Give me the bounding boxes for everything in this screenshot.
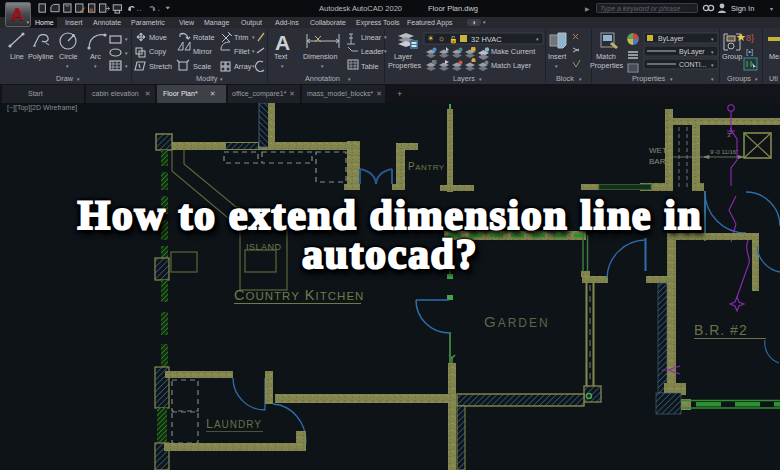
svg-text:Copy: Copy [149, 47, 166, 56]
svg-text:▾: ▾ [670, 76, 673, 82]
svg-text:▾: ▾ [77, 76, 80, 82]
svg-text:Linear: Linear [361, 33, 382, 42]
svg-text:WET: WET [649, 146, 667, 155]
svg-text:▾: ▾ [220, 76, 223, 82]
svg-text:▾: ▾ [281, 63, 284, 69]
svg-text:Group: Group [722, 52, 742, 61]
svg-text:LAUNDRY: LAUNDRY [206, 417, 262, 431]
svg-text:Circle: Circle [59, 52, 78, 61]
svg-text:Mea: Mea [769, 52, 780, 61]
svg-text:BAR: BAR [649, 157, 666, 166]
svg-text:▾: ▾ [94, 63, 97, 69]
svg-text:PANTRY: PANTRY [408, 161, 445, 172]
svg-text:Match Layer: Match Layer [491, 61, 532, 70]
svg-text:Text: Text [274, 52, 287, 61]
svg-text:Modify: Modify [196, 74, 218, 83]
svg-text:Layer: Layer [394, 52, 413, 61]
svg-text:Polyline: Polyline [28, 52, 54, 61]
svg-text:▾: ▾ [252, 63, 255, 69]
svg-text:▾: ▾ [125, 63, 128, 69]
svg-text:Arc: Arc [90, 52, 101, 61]
svg-text:Mirror: Mirror [193, 47, 213, 56]
svg-text:▾: ▾ [66, 63, 69, 69]
svg-text:ByLayer: ByLayer [658, 35, 684, 43]
svg-text:3": 3" [727, 132, 732, 138]
svg-text:☼: ☼ [438, 34, 445, 43]
svg-text:Stretch: Stretch [149, 62, 172, 71]
svg-text:9'-0 11/16": 9'-0 11/16" [710, 149, 738, 155]
svg-text:▾: ▾ [384, 34, 387, 40]
svg-text:Move: Move [149, 33, 167, 42]
svg-text:Groups: Groups [727, 74, 751, 83]
svg-text:☀: ☀ [427, 34, 434, 43]
svg-text:A: A [275, 31, 290, 54]
svg-text:32 HVAC: 32 HVAC [471, 35, 502, 44]
svg-text:▾: ▾ [384, 48, 387, 54]
svg-text:Match: Match [596, 52, 616, 61]
svg-text:Properties: Properties [590, 61, 624, 70]
svg-text:▾: ▾ [252, 48, 255, 54]
svg-text:B.R. #2: B.R. #2 [694, 322, 748, 338]
svg-text:Dimension: Dimension [303, 52, 337, 61]
svg-text:Insert: Insert [548, 52, 566, 61]
svg-text:Scale: Scale [193, 62, 211, 71]
svg-text:Make Current: Make Current [491, 47, 535, 56]
svg-text:[•]: [•] [746, 47, 753, 56]
svg-text:Fillet: Fillet [234, 47, 249, 56]
svg-text:COUNTRY KITCHEN: COUNTRY KITCHEN [234, 287, 364, 303]
svg-text:▾: ▾ [252, 34, 255, 40]
svg-text:Trim: Trim [234, 33, 248, 42]
svg-text:Block: Block [556, 74, 574, 83]
svg-text:Properties: Properties [632, 74, 666, 83]
svg-text:Properties: Properties [388, 61, 422, 70]
svg-text:8}: 8} [746, 33, 754, 43]
svg-text:Array: Array [234, 62, 252, 71]
svg-text:Leader: Leader [361, 47, 384, 56]
svg-text:Rotate: Rotate [193, 33, 215, 42]
svg-text:Uti: Uti [769, 74, 778, 83]
svg-text:▾: ▾ [555, 63, 558, 69]
svg-text:GARDEN: GARDEN [484, 313, 550, 330]
svg-text:Annotation: Annotation [305, 74, 340, 83]
svg-text:CONTI...: CONTI... [679, 61, 707, 68]
svg-text:▾: ▾ [479, 76, 482, 82]
svg-text:▾: ▾ [125, 36, 128, 42]
svg-text:ByLayer: ByLayer [679, 48, 705, 56]
svg-text:▾: ▾ [348, 76, 351, 82]
svg-text:Table: Table [361, 62, 378, 71]
svg-text:Layers: Layers [453, 74, 475, 83]
svg-text:▾: ▾ [755, 76, 758, 82]
svg-text:🔓: 🔓 [449, 35, 458, 44]
svg-text:▾: ▾ [125, 50, 128, 56]
svg-text:▾: ▾ [711, 76, 714, 82]
svg-text:▾: ▾ [321, 63, 324, 69]
svg-text:Line: Line [10, 52, 24, 61]
svg-text:▾: ▾ [579, 76, 582, 82]
svg-text:Draw: Draw [56, 74, 74, 83]
